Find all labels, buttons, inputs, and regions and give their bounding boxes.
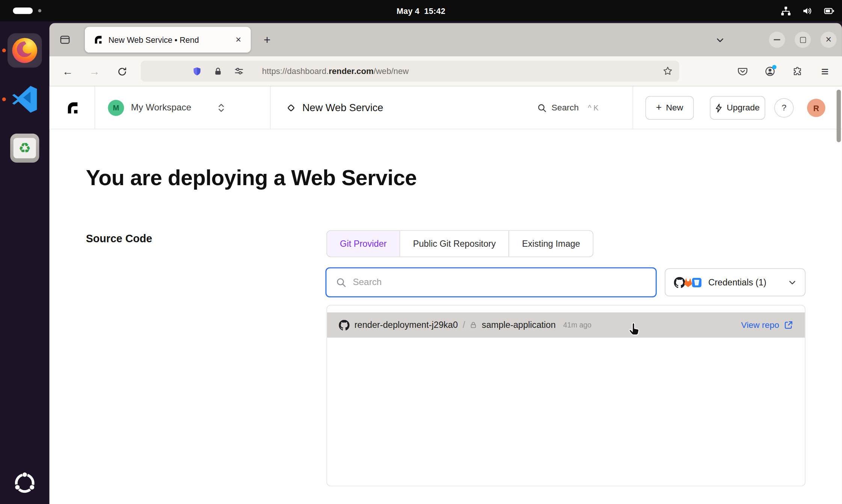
permissions-sliders-icon[interactable] <box>234 66 244 76</box>
url-domain: render.com <box>329 66 373 75</box>
header-divider <box>95 86 95 129</box>
provider-icon-stack <box>674 277 702 288</box>
extensions-puzzle-icon[interactable] <box>788 62 807 81</box>
bitbucket-icon <box>691 277 702 288</box>
credentials-dropdown[interactable]: Credentials (1) <box>665 269 806 296</box>
url-prefix: https://dashboard. <box>262 66 329 75</box>
chevron-down-icon <box>788 278 796 286</box>
user-avatar[interactable]: R <box>807 99 825 117</box>
source-code-label: Source Code <box>86 232 152 245</box>
search-icon <box>537 103 547 113</box>
workspace-avatar[interactable]: M <box>108 100 124 116</box>
tab-existing-image[interactable]: Existing Image <box>509 231 593 257</box>
tab-public-git-repository[interactable]: Public Git Repository <box>400 231 509 257</box>
minimize-icon <box>774 39 780 40</box>
firefox-view-button[interactable] <box>56 31 74 48</box>
render-logo[interactable] <box>65 101 79 115</box>
clock[interactable]: May 4 15:42 <box>0 0 842 21</box>
dock: ♻ <box>0 21 50 504</box>
credentials-label: Credentials (1) <box>708 277 767 287</box>
tab-close-button[interactable]: × <box>231 33 245 47</box>
tab-strip: New Web Service • Rend × + × <box>50 23 842 56</box>
repo-row[interactable]: render-deployment-j29ka0 / sample-applic… <box>327 312 805 338</box>
url-path: /web/new <box>374 66 409 75</box>
reload-button[interactable] <box>113 62 131 81</box>
render-dashboard-page: M My Workspace New Web Service Search ^ … <box>50 86 842 504</box>
repo-owner: render-deployment-j29ka0 <box>355 320 458 330</box>
battery-icon <box>823 5 834 17</box>
navigation-toolbar: ← → https://dashboard.render.com/web/new <box>50 56 842 86</box>
url-bar[interactable]: https://dashboard.render.com/web/new <box>141 60 679 81</box>
header-divider <box>270 86 270 129</box>
upgrade-button-label: Upgrade <box>727 103 760 113</box>
list-all-tabs-button[interactable] <box>711 31 729 49</box>
repo-list-panel: render-deployment-j29ka0 / sample-applic… <box>326 305 805 486</box>
page-title: New Web Service <box>302 86 383 129</box>
search-shortcut-hint: ^ K <box>588 104 598 112</box>
page-scrollbar-thumb[interactable] <box>837 90 841 142</box>
external-link-icon <box>784 320 793 329</box>
workspace-name[interactable]: My Workspace <box>131 86 191 129</box>
maximize-icon <box>800 37 806 43</box>
tab-git-provider[interactable]: Git Provider <box>327 231 400 257</box>
firefox-running-dot <box>2 48 6 52</box>
browser-window: New Web Service • Rend × + × ← → <box>50 23 842 504</box>
view-repo-label: View repo <box>741 320 779 330</box>
dock-active-backplate <box>8 33 42 68</box>
repo-search-input[interactable] <box>353 269 655 296</box>
private-lock-icon <box>470 321 477 329</box>
plus-icon: + <box>656 102 662 113</box>
account-icon[interactable] <box>761 62 779 81</box>
search-icon <box>336 277 347 288</box>
window-minimize-button[interactable] <box>769 32 785 48</box>
repo-search-box <box>325 267 656 297</box>
vscode-icon <box>11 85 39 113</box>
search-label: Search <box>551 103 578 113</box>
workspace-switcher-chevrons-icon[interactable] <box>217 103 225 113</box>
tab-title: New Web Service • Rend <box>109 35 220 44</box>
dock-ubuntu-logo[interactable] <box>12 471 37 495</box>
site-header: M My Workspace New Web Service Search ^ … <box>50 86 842 129</box>
new-button-label: New <box>666 103 683 113</box>
new-tab-button[interactable]: + <box>258 31 276 49</box>
browser-tab[interactable]: New Web Service • Rend × <box>85 27 251 53</box>
service-diamond-icon <box>286 103 296 113</box>
render-favicon <box>93 35 103 45</box>
url-text: https://dashboard.render.com/web/new <box>262 66 409 76</box>
dock-trash[interactable]: ♻ <box>8 131 42 165</box>
new-button[interactable]: + New <box>646 96 694 120</box>
account-notification-dot <box>772 65 776 69</box>
window-maximize-button[interactable] <box>795 32 811 48</box>
hamburger-menu-icon[interactable]: ≡ <box>816 62 834 81</box>
bookmark-star-icon[interactable] <box>662 66 673 76</box>
forward-button[interactable]: → <box>85 62 104 81</box>
vscode-running-dot <box>2 97 6 101</box>
global-search[interactable]: Search ^ K <box>537 86 599 129</box>
header-divider <box>632 86 633 129</box>
view-repo-link[interactable]: View repo <box>741 320 793 330</box>
network-icon <box>780 5 791 17</box>
source-type-tabs: Git Provider Public Git Repository Exist… <box>326 230 593 257</box>
help-button[interactable]: ? <box>774 98 794 118</box>
cursor-pointer-icon <box>627 321 643 338</box>
repo-name: sample-application <box>482 320 556 330</box>
tracking-protection-shield-icon[interactable] <box>192 66 202 76</box>
page-heading: You are deploying a Web Service <box>86 166 417 190</box>
ubuntu-logo-icon <box>12 471 37 495</box>
system-tray[interactable] <box>780 0 834 21</box>
lock-icon[interactable] <box>213 67 223 75</box>
upgrade-button[interactable]: Upgrade <box>710 96 765 120</box>
pocket-icon[interactable] <box>733 62 752 81</box>
github-icon <box>339 320 350 330</box>
recycle-glyph: ♻ <box>18 141 31 155</box>
volume-icon <box>802 5 813 17</box>
repo-updated: 41m ago <box>563 321 592 329</box>
bolt-icon <box>715 103 723 112</box>
dock-firefox[interactable] <box>8 33 42 68</box>
trash-icon: ♻ <box>10 134 39 163</box>
system-top-bar: May 4 15:42 <box>0 0 842 21</box>
dock-vscode[interactable] <box>8 82 42 116</box>
back-button[interactable]: ← <box>59 62 77 81</box>
screen: May 4 15:42 <box>0 0 842 504</box>
window-close-button[interactable]: × <box>821 32 837 48</box>
